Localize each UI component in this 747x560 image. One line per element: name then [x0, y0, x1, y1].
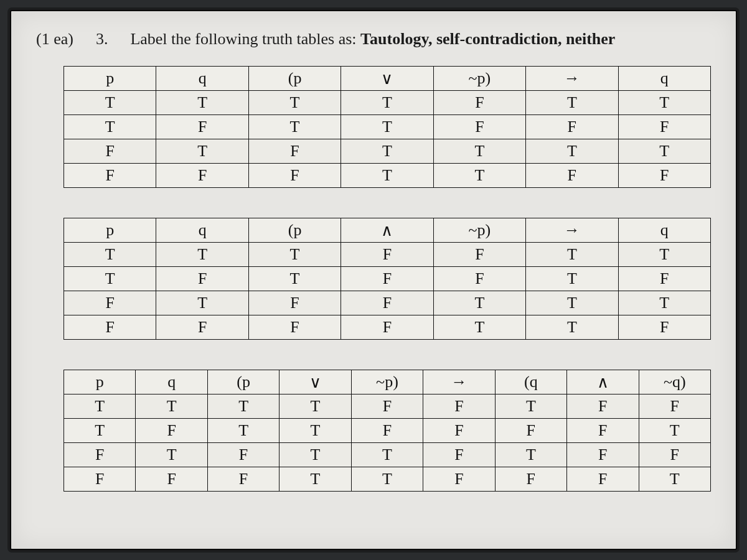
table-row: TFTFFTF — [64, 267, 711, 291]
truth-cell: F — [433, 91, 525, 115]
truth-cell: F — [248, 164, 341, 188]
col-header: (p — [207, 370, 279, 394]
truth-cell: T — [639, 419, 711, 443]
col-header: → — [526, 67, 618, 91]
col-header: p — [64, 218, 156, 243]
truth-cell: T — [156, 243, 248, 267]
truth-cell: T — [433, 139, 525, 164]
truth-table-1: pq(p∨~p)→qTTTTFTTTFTTFFFFTFTTTTFFFTTFF — [63, 66, 711, 188]
truth-cell: F — [64, 291, 156, 315]
truth-cell: T — [280, 467, 351, 492]
truth-cell: F — [526, 115, 618, 139]
truth-cell: F — [341, 243, 433, 267]
truth-cell: F — [423, 419, 495, 443]
truth-cell: T — [136, 443, 207, 467]
truth-cell: F — [341, 291, 433, 315]
truth-cell: F — [207, 443, 279, 467]
truth-cell: F — [423, 394, 495, 419]
truth-cell: F — [351, 394, 423, 419]
truth-cell: T — [156, 291, 248, 315]
table-row: FFFTTFF — [64, 164, 711, 188]
truth-cell: F — [156, 267, 248, 291]
truth-cell: T — [618, 243, 710, 267]
truth-cell: F — [136, 467, 207, 492]
table-row: FTFFTTT — [64, 291, 711, 315]
truth-cell: T — [64, 394, 136, 419]
truth-cell: F — [618, 267, 710, 291]
truth-cell: T — [351, 443, 423, 467]
truth-cell: T — [207, 394, 279, 419]
truth-cell: T — [341, 91, 433, 115]
truth-cell: F — [64, 443, 136, 467]
instruction-bold: Tautology, self-contradiction, neither — [360, 30, 615, 48]
instruction-prefix: Label the following truth tables as: — [130, 30, 360, 48]
truth-cell: T — [526, 291, 618, 315]
truth-table-2: pq(p∧~p)→qTTTFFTTTFTFFTFFTFFTTTFFFFTTF — [63, 218, 711, 340]
points-label: (1 ea) — [36, 30, 73, 49]
truth-cell: T — [207, 419, 279, 443]
truth-cell: T — [495, 443, 566, 467]
col-header: q — [618, 218, 710, 243]
col-header: ~p) — [351, 370, 423, 394]
tables-container: pq(p∨~p)→qTTTTFTTTFTTFFFFTFTTTTFFFTTFF p… — [63, 66, 711, 492]
truth-cell: T — [248, 243, 341, 267]
truth-cell: T — [618, 291, 710, 315]
truth-cell: F — [64, 139, 156, 164]
truth-cell: F — [136, 419, 207, 443]
truth-cell: F — [618, 315, 710, 340]
truth-cell: T — [156, 139, 248, 164]
truth-cell: T — [64, 243, 156, 267]
truth-cell: F — [567, 419, 639, 443]
truth-cell: F — [248, 291, 341, 315]
col-header: → — [423, 370, 495, 394]
truth-cell: T — [495, 394, 566, 419]
col-header: ∧ — [567, 370, 639, 394]
truth-cell: T — [433, 315, 525, 340]
truth-cell: T — [280, 419, 351, 443]
truth-cell: T — [136, 394, 207, 419]
truth-cell: F — [433, 267, 525, 291]
truth-cell: T — [64, 419, 136, 443]
truth-cell: F — [156, 315, 248, 340]
truth-cell: T — [526, 267, 618, 291]
truth-cell: T — [526, 315, 618, 340]
col-header: ~p) — [433, 67, 525, 91]
truth-cell: T — [618, 139, 710, 164]
truth-cell: F — [423, 443, 495, 467]
truth-cell: F — [248, 315, 341, 340]
truth-cell: T — [341, 115, 433, 139]
truth-cell: F — [156, 164, 248, 188]
truth-cell: T — [351, 467, 423, 492]
truth-cell: F — [433, 115, 525, 139]
truth-cell: T — [64, 267, 156, 291]
col-header: (p — [248, 218, 341, 243]
col-header: (p — [248, 67, 341, 91]
col-header: q — [156, 218, 248, 243]
col-header: q — [136, 370, 207, 394]
truth-cell: F — [639, 443, 711, 467]
truth-cell: F — [567, 443, 639, 467]
truth-cell: F — [248, 139, 341, 164]
truth-cell: F — [618, 164, 710, 188]
col-header: ~q) — [639, 370, 711, 394]
truth-cell: F — [567, 394, 639, 419]
col-header: p — [64, 67, 156, 91]
col-header: q — [156, 67, 248, 91]
truth-cell: T — [341, 164, 433, 188]
col-header: p — [64, 370, 136, 394]
truth-cell: T — [618, 91, 710, 115]
truth-cell: T — [526, 91, 618, 115]
instruction-text: Label the following truth tables as: Tau… — [130, 30, 615, 49]
truth-cell: F — [618, 115, 710, 139]
truth-cell: T — [156, 91, 248, 115]
truth-cell: F — [351, 419, 423, 443]
col-header: ∨ — [341, 67, 433, 91]
table-row: TTTTFFTFF — [64, 394, 711, 419]
truth-cell: F — [207, 467, 279, 492]
truth-cell: T — [433, 164, 525, 188]
col-header: ∨ — [280, 370, 351, 394]
worksheet-page: { "heading": { "points": "(1 ea)", "numb… — [10, 10, 737, 550]
truth-cell: T — [433, 291, 525, 315]
truth-cell: F — [341, 315, 433, 340]
question-number: 3. — [96, 30, 108, 49]
